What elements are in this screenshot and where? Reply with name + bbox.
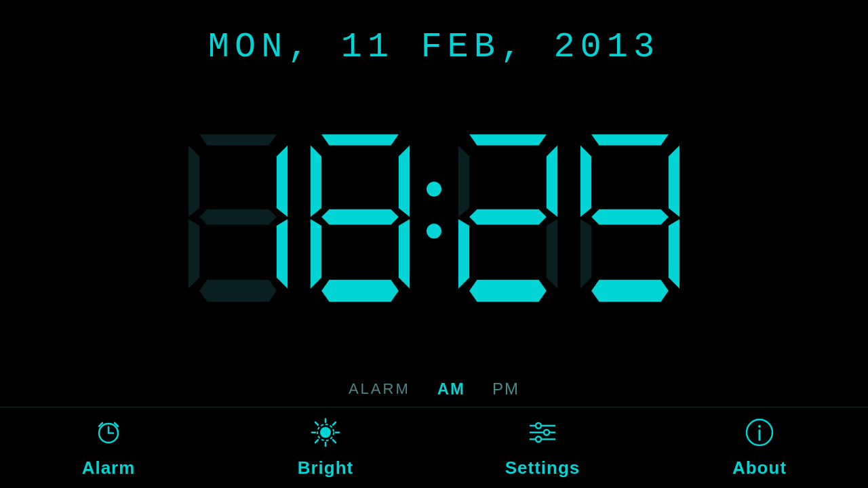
svg-line-42 [315, 440, 318, 443]
colon [427, 182, 441, 252]
svg-marker-20 [469, 279, 547, 302]
nav-alarm[interactable]: Alarm [47, 418, 170, 479]
settings-nav-label: Settings [505, 458, 580, 479]
svg-line-39 [315, 422, 318, 425]
svg-marker-26 [669, 219, 679, 288]
alarm-icon [94, 418, 123, 452]
digit-2 [447, 129, 569, 305]
digit-9 [569, 129, 691, 305]
am-label[interactable]: AM [437, 380, 465, 399]
alarm-nav-label: Alarm [82, 458, 136, 479]
svg-marker-18 [458, 219, 469, 288]
svg-point-46 [536, 423, 541, 428]
svg-point-47 [544, 430, 549, 435]
svg-point-50 [758, 425, 761, 428]
svg-marker-21 [591, 134, 669, 145]
nav-about[interactable]: About [698, 418, 821, 479]
svg-marker-24 [591, 209, 669, 224]
svg-marker-17 [469, 209, 547, 224]
svg-marker-2 [277, 145, 288, 217]
svg-line-41 [333, 422, 336, 425]
nav-bright[interactable]: Bright [264, 418, 387, 479]
svg-marker-15 [458, 145, 469, 217]
bottom-nav: Alarm Bright [0, 407, 868, 488]
alarm-label: ALARM [349, 380, 410, 398]
svg-marker-3 [199, 209, 277, 224]
svg-marker-16 [547, 145, 557, 217]
pm-label[interactable]: PM [492, 380, 519, 399]
svg-point-48 [536, 436, 541, 442]
svg-marker-7 [321, 134, 399, 145]
svg-marker-10 [321, 209, 399, 224]
svg-marker-14 [469, 134, 547, 145]
svg-marker-8 [311, 145, 321, 217]
svg-line-40 [333, 440, 336, 443]
about-nav-label: About [732, 458, 787, 479]
settings-icon [528, 418, 557, 452]
svg-marker-25 [580, 219, 591, 288]
clock-container [177, 54, 691, 380]
svg-marker-12 [399, 219, 410, 288]
digit-8 [299, 129, 421, 305]
digit-1 [177, 129, 299, 305]
svg-marker-11 [311, 219, 321, 288]
svg-marker-13 [321, 279, 399, 302]
svg-marker-19 [547, 219, 557, 288]
svg-marker-27 [591, 279, 669, 302]
info-icon [745, 418, 774, 452]
svg-marker-1 [189, 145, 199, 217]
nav-settings[interactable]: Settings [481, 418, 604, 479]
svg-marker-6 [199, 279, 277, 302]
brightness-icon [311, 418, 340, 452]
bright-nav-label: Bright [298, 458, 354, 479]
svg-marker-4 [189, 219, 199, 288]
svg-marker-22 [580, 145, 591, 217]
status-row: ALARM AM PM [349, 380, 519, 399]
svg-marker-0 [199, 134, 277, 145]
svg-marker-23 [669, 145, 679, 217]
svg-marker-5 [277, 219, 288, 288]
svg-marker-9 [399, 145, 410, 217]
svg-point-33 [320, 427, 331, 438]
